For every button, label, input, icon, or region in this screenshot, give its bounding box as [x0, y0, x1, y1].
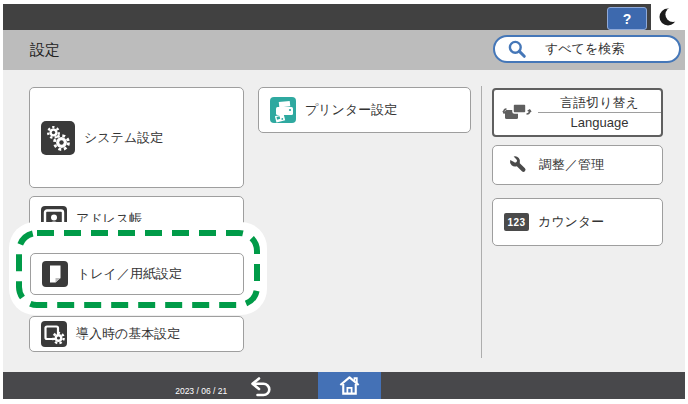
initial-setup-button[interactable]: 導入時の基本設定	[29, 316, 244, 352]
button-label: システム設定	[84, 129, 163, 147]
button-label: 言語切り替え	[560, 94, 639, 111]
language-switch-button[interactable]: 言語切り替え Language	[492, 88, 663, 137]
home-icon	[337, 373, 362, 398]
printer-icon	[270, 97, 296, 123]
counter-123-icon: 123	[504, 213, 529, 231]
search-all-button[interactable]: すべてを検索	[493, 35, 681, 63]
column-divider	[481, 86, 482, 358]
energy-saver-button[interactable]	[651, 1, 686, 32]
page-title: 設定	[30, 30, 60, 70]
main-area: システム設定 アドレス帳 トレイ／用紙	[3, 70, 685, 372]
label-divider	[538, 112, 661, 113]
settings-screen: ? 設定 すべてを検索	[0, 0, 688, 404]
gears-icon	[41, 121, 75, 155]
button-sublabel: Language	[571, 114, 629, 131]
button-label: 調整／管理	[539, 156, 604, 174]
system-settings-button[interactable]: システム設定	[29, 87, 244, 188]
date-time: 2023 / 06 / 21 07 : 40	[161, 375, 227, 404]
wrench-icon	[504, 154, 530, 176]
home-button[interactable]	[318, 372, 381, 399]
footer-bar: 2023 / 06 / 21 07 : 40	[3, 372, 685, 399]
help-button[interactable]: ?	[607, 7, 647, 30]
button-label: カウンター	[538, 213, 604, 231]
search-label: すべてを検索	[545, 40, 624, 58]
button-label: トレイ／用紙設定	[77, 265, 182, 283]
moon-icon	[657, 5, 681, 29]
counter-button[interactable]: 123 カウンター	[492, 198, 663, 246]
button-label: プリンター設定	[305, 101, 397, 119]
back-arrow-icon	[246, 374, 276, 398]
search-icon	[507, 39, 527, 59]
button-label: 導入時の基本設定	[76, 325, 180, 343]
paper-icon	[42, 261, 68, 287]
language-switch-icon	[502, 98, 532, 127]
header: 設定 すべてを検索	[3, 30, 685, 70]
tray-paper-settings-button[interactable]: トレイ／用紙設定	[30, 253, 244, 295]
printer-settings-button[interactable]: プリンター設定	[258, 87, 471, 133]
adjustment-management-button[interactable]: 調整／管理	[492, 145, 663, 185]
back-button[interactable]	[239, 372, 283, 399]
top-system-bar: ?	[3, 4, 685, 30]
setup-gear-icon	[41, 321, 67, 347]
